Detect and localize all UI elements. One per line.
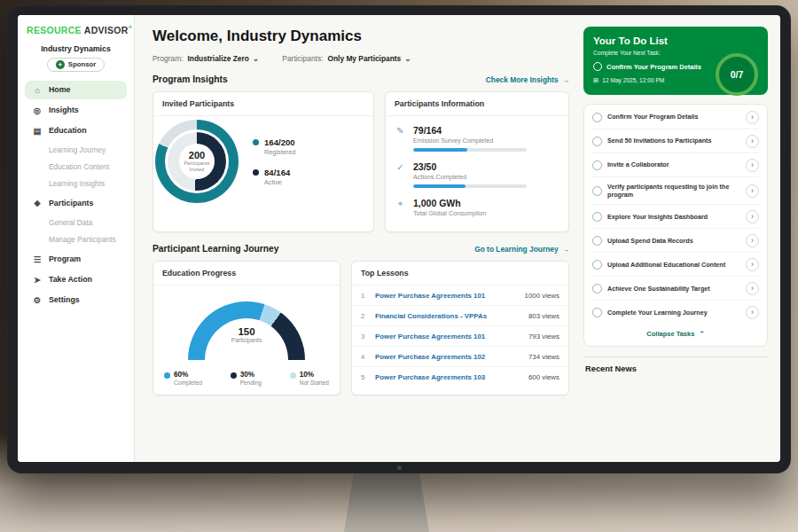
sidebar-item-take-action[interactable]: ➤ Take Action (25, 270, 127, 289)
lesson-rank: 5 (361, 373, 367, 381)
legend-dot (231, 372, 237, 379)
collapse-label: Collapse Tasks (646, 330, 694, 338)
card-title: Top Lessons (352, 262, 568, 286)
task-row[interactable]: Upload Additional Educational Content › (592, 253, 759, 277)
sidebar-item-label: Program (49, 254, 81, 263)
survey-icon: ✎ (395, 125, 406, 152)
stat-label: Actions Completed (413, 173, 527, 181)
task-checkbox[interactable] (592, 236, 602, 246)
legend-item-registered: 164/200 Registered (253, 137, 295, 156)
lesson-views: 734 views (528, 353, 559, 361)
link-label: Go to Learning Journey (474, 245, 558, 254)
go-to-learning-journey-link[interactable]: Go to Learning Journey → (474, 245, 569, 254)
lessons-list: 1 Power Purchase Agreements 101 1000 vie… (352, 286, 568, 387)
lesson-row[interactable]: 2 Financial Considerations - VPPAs 803 v… (352, 306, 568, 326)
todo-next-task[interactable]: Confirm Your Program Details (593, 62, 717, 71)
task-row[interactable]: Explore Your Insights Dashboard › (592, 205, 759, 229)
sidebar-item-general-data[interactable]: General Data (25, 215, 127, 231)
task-row[interactable]: Send 50 Invitations to Participants › (592, 129, 759, 153)
lesson-link[interactable]: Power Purchase Agreements 101 (375, 292, 517, 300)
sidebar-nav: ⌂ Home ◎ Insights ▤ Education Learning J… (25, 81, 127, 309)
legend-value: 164/200 (264, 137, 295, 147)
lesson-row[interactable]: 3 Power Purchase Agreements 101 793 view… (352, 326, 568, 347)
collapse-tasks-link[interactable]: Collapse Tasks ⌃ (592, 324, 759, 345)
todo-title: Your To Do List (593, 35, 758, 46)
legend-pct: 10% (300, 371, 329, 379)
lesson-row[interactable]: 4 Power Purchase Agreements 102 734 view… (352, 347, 568, 367)
task-row[interactable]: Upload Spend Data Records › (592, 229, 759, 253)
task-row[interactable]: Verify participants requesting to join t… (592, 177, 759, 205)
checkbox-icon[interactable] (593, 62, 602, 71)
insights-cards: Invited Participants 200 Participants In… (153, 91, 569, 232)
lesson-row[interactable]: 5 Power Purchase Agreements 103 600 view… (352, 367, 568, 387)
task-checkbox[interactable] (592, 113, 602, 122)
task-list-card: Confirm Your Program Details › Send 50 I… (583, 104, 768, 347)
lesson-views: 803 views (528, 312, 559, 320)
task-row[interactable]: Invite a Collaborator › (592, 153, 759, 177)
chevron-right-icon[interactable]: › (746, 159, 759, 172)
task-label: Complete Your Learning Journey (607, 309, 740, 317)
participants-select[interactable]: Only My Participants ⌄ (327, 54, 411, 63)
sidebar-item-settings[interactable]: ⚙ Settings (25, 291, 127, 309)
home-icon: ⌂ (32, 85, 43, 95)
program-select-value: Industrialize Zero (187, 54, 248, 63)
task-label: Verify participants requesting to join t… (607, 183, 740, 200)
monitor-stand (344, 470, 429, 532)
stat-value: 23/50 (413, 161, 527, 172)
stat-label: Total Global Consumption (413, 209, 486, 217)
legend-pct: 30% (240, 371, 262, 379)
participants-select-value: Only My Participants (327, 54, 401, 63)
invited-donut: 200 Participants Invited (155, 120, 239, 203)
sponsor-badge[interactable]: ✦ Sponsor (47, 58, 106, 72)
sidebar-item-learning-journey[interactable]: Learning Journey (25, 142, 127, 159)
sidebar-item-manage-participants[interactable]: Manage Participants (25, 231, 127, 248)
lesson-link[interactable]: Power Purchase Agreements 103 (375, 373, 520, 381)
chevron-right-icon[interactable]: › (746, 184, 759, 198)
task-checkbox[interactable] (592, 186, 602, 196)
task-row[interactable]: Achieve One Sustainability Target › (592, 277, 759, 301)
donut-chart: 200 Participants Invited 164/200 Registe… (153, 116, 373, 207)
gauge-chart: 150 Participants 60% Completed (153, 286, 340, 395)
task-checkbox[interactable] (592, 284, 602, 293)
lesson-link[interactable]: Financial Considerations - VPPAs (375, 312, 520, 320)
program-insights-header: Program Insights Check More Insights → (153, 74, 569, 84)
sidebar-item-label: Settings (49, 295, 80, 304)
chevron-right-icon[interactable]: › (746, 111, 759, 124)
chevron-right-icon[interactable]: › (746, 258, 759, 271)
task-checkbox[interactable] (592, 137, 602, 146)
sidebar-item-education-content[interactable]: Education Content (25, 159, 127, 176)
check-more-insights-link[interactable]: Check More Insights → (486, 75, 569, 84)
sidebar-item-program[interactable]: ☰ Program (25, 250, 127, 269)
participants-stats: ✎ 79/164 Emission Survey Completed ✓ 23/… (386, 116, 568, 231)
lesson-link[interactable]: Power Purchase Agreements 101 (375, 332, 520, 340)
sidebar-item-home[interactable]: ⌂ Home (25, 81, 127, 99)
legend-item-completed: 60% Completed (164, 371, 202, 386)
lesson-rank: 1 (361, 292, 367, 300)
task-checkbox[interactable] (592, 260, 602, 270)
progress-bar (413, 184, 527, 188)
task-checkbox[interactable] (592, 160, 602, 170)
task-row[interactable]: Complete Your Learning Journey › (592, 301, 759, 324)
sidebar-item-learning-insights[interactable]: Learning Insights (25, 176, 127, 192)
task-row[interactable]: Confirm Your Program Details › (592, 106, 759, 129)
chevron-right-icon[interactable]: › (746, 234, 759, 247)
education-icon: ▤ (32, 126, 43, 136)
chevron-right-icon[interactable]: › (746, 306, 759, 319)
lesson-link[interactable]: Power Purchase Agreements 102 (375, 353, 520, 361)
lesson-row[interactable]: 1 Power Purchase Agreements 101 1000 vie… (352, 286, 568, 306)
legend-item-not-started: 10% Not Started (290, 371, 329, 386)
card-title: Invited Participants (153, 92, 373, 116)
todo-next-task-label: Confirm Your Program Details (606, 63, 701, 71)
todo-summary-card: Your To Do List Complete Your Next Task:… (583, 27, 768, 95)
program-select[interactable]: Industrialize Zero ⌄ (187, 54, 259, 63)
task-checkbox[interactable] (592, 308, 602, 317)
chevron-right-icon[interactable]: › (746, 282, 759, 295)
chevron-right-icon[interactable]: › (746, 135, 759, 148)
chevron-right-icon[interactable]: › (746, 210, 759, 223)
task-checkbox[interactable] (592, 212, 602, 222)
sidebar-item-insights[interactable]: ◎ Insights (25, 101, 127, 120)
program-filter: Program: Industrialize Zero ⌄ (153, 54, 259, 63)
sidebar-item-education[interactable]: ▤ Education (25, 121, 127, 140)
participants-icon: ❖ (32, 199, 43, 208)
sidebar-item-participants[interactable]: ❖ Participants (25, 194, 127, 213)
